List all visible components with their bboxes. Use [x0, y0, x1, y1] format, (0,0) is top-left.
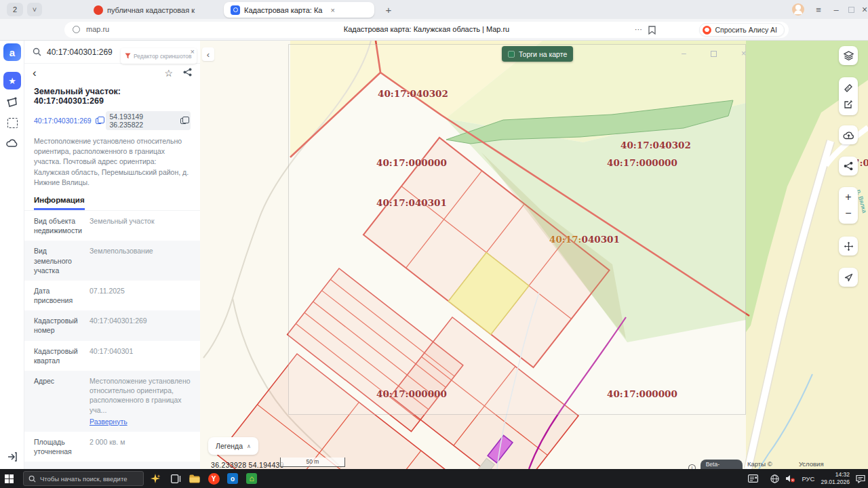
editor-chip-label: Редактор скриншотов — [134, 53, 192, 60]
cursor-coordinates: 36.233928 54.194439 — [211, 461, 284, 469]
tab-list-chevron-icon[interactable]: ˅ — [27, 3, 42, 16]
copilot-icon[interactable] — [146, 469, 164, 488]
beta-badge: Beta-версия — [701, 460, 743, 469]
address-value: Местоположение установлено относительно … — [90, 377, 191, 414]
new-tab-button[interactable]: + — [381, 0, 396, 19]
screenshot-editor-overlay — [288, 44, 746, 415]
ask-alice-button[interactable]: Спросить Алису AI — [699, 23, 785, 37]
network-icon[interactable] — [770, 474, 779, 483]
start-button[interactable] — [0, 469, 18, 488]
outlook-icon[interactable]: o — [224, 469, 241, 488]
widgets-icon[interactable] — [748, 474, 758, 483]
table-row: Площадь уточненная2 000 кв. м — [24, 432, 200, 462]
edit-icon[interactable] — [844, 100, 853, 109]
browser-menu-icon[interactable]: ≡ — [811, 0, 826, 19]
map-share-button[interactable] — [839, 157, 858, 176]
editor-chip-close-icon[interactable]: × — [191, 47, 195, 56]
table-row: Кадастровый номер40:17:040301:269 — [24, 310, 200, 340]
volume-muted-icon[interactable] — [785, 474, 795, 483]
editor-close-icon[interactable]: × — [741, 49, 746, 58]
alice-label: Спросить Алису AI — [715, 26, 777, 34]
table-row-address: Адрес Местоположение установлено относит… — [24, 371, 200, 432]
taskbar-search-icon — [28, 475, 36, 483]
polygon-tool-icon[interactable] — [3, 94, 21, 111]
screenshot-editor-chip[interactable]: Редактор скриншотов × — [121, 48, 197, 64]
auctions-checkbox[interactable] — [508, 51, 515, 58]
tab2-favicon — [231, 5, 240, 15]
cadastral-number-link[interactable]: 40:17:040301:269 — [34, 117, 92, 125]
alice-icon — [703, 26, 711, 35]
clock[interactable]: 14:32 29.01.2026 — [821, 471, 850, 485]
favorites-rail-button[interactable]: ★ — [3, 72, 21, 89]
tab2-close-icon[interactable]: × — [330, 6, 334, 14]
map-canvas[interactable]: – × ‹ Торги на карте 40:17:040302 40:17:… — [200, 41, 868, 469]
tab-cadastral-map[interactable]: Кадастровая карта: Ка × — [224, 2, 374, 18]
url-field[interactable]: map.ru Кадастровая карта: Калужская обла… — [64, 22, 789, 38]
coordinates-value: 54.193149 36.235822 — [110, 113, 178, 129]
terms-link[interactable]: Условия использования — [799, 460, 868, 469]
cloud-layers-icon[interactable] — [3, 134, 21, 152]
editor-maximize-icon[interactable] — [711, 51, 717, 57]
window-close-icon[interactable]: × — [857, 0, 868, 19]
window-minimize-icon[interactable]: – — [829, 0, 844, 19]
pan-button[interactable] — [839, 237, 858, 256]
legend-label: Легенда — [216, 442, 243, 450]
back-button[interactable]: ‹ — [33, 66, 37, 80]
zoom-out-button[interactable]: − — [845, 207, 851, 220]
quarter-label: 40:17:040302 — [378, 88, 448, 99]
yandex-browser-icon[interactable]: Y — [205, 469, 222, 488]
system-tray: РУС 14:32 29.01.2026 — [748, 469, 865, 488]
info-icon[interactable]: i — [688, 464, 696, 470]
coordinates-chip[interactable]: 54.193149 36.235822 — [106, 111, 191, 130]
table-row: Вид земельного участкаЗемлепользование — [24, 241, 200, 281]
task-view-icon[interactable] — [167, 469, 184, 488]
taskbar-search[interactable]: Чтобы начать поиск, введите — [23, 471, 144, 486]
upload-button[interactable] — [839, 125, 858, 144]
draw-tools-group — [839, 77, 858, 115]
copy-coords-icon[interactable] — [180, 118, 186, 124]
bookmark-icon[interactable] — [648, 26, 656, 35]
legend-collapse-icon: ∧ — [247, 443, 251, 449]
share-icon[interactable] — [183, 68, 192, 77]
login-icon[interactable] — [3, 448, 21, 466]
quarter-label: 40:17:040302 — [620, 140, 691, 150]
tab-public-cadastral[interactable]: публичная кадастровая к — [87, 2, 219, 18]
panel-collapse-button[interactable]: ‹ — [202, 47, 214, 61]
tab-information[interactable]: Информация — [34, 196, 85, 210]
quarter-label: 40:17:000000 — [607, 157, 677, 168]
object-title: Земельный участок: 40:17:040301:269 — [24, 84, 200, 107]
table-row: Дата присвоения07.11.2025 — [24, 281, 200, 310]
search-input[interactable]: 40:17:040301:269 — [47, 47, 113, 57]
editor-window-controls: – × — [682, 49, 746, 58]
home-app-icon[interactable]: ⌂ — [243, 469, 260, 488]
app-rail: a ★ — [0, 41, 24, 469]
legend-button[interactable]: Легенда ∧ — [208, 437, 258, 455]
auctions-toggle-button[interactable]: Торги на карте — [502, 46, 573, 62]
favorite-star-icon[interactable]: ☆ — [164, 68, 173, 79]
app-logo[interactable]: a — [3, 43, 21, 61]
notifications-icon[interactable] — [856, 474, 865, 483]
tray-date: 29.01.2026 — [821, 479, 850, 486]
taskbar: Чтобы начать поиск, введите Y o ⌂ РУС 14… — [0, 469, 868, 488]
profile-avatar[interactable] — [792, 3, 804, 16]
layers-button[interactable] — [839, 46, 858, 65]
taskbar-search-placeholder: Чтобы начать поиск, введите — [40, 475, 127, 483]
page-title: Кадастровая карта: Калужская область | M… — [64, 25, 789, 33]
expand-link[interactable]: Развернуть — [90, 417, 127, 426]
more-actions-icon[interactable]: ⋯ — [635, 25, 642, 34]
locate-button[interactable] — [839, 268, 858, 287]
window-restore-icon[interactable] — [844, 0, 859, 19]
tab2-label: Кадастровая карта: Ка — [244, 6, 322, 14]
file-explorer-icon[interactable] — [186, 469, 203, 488]
tab-count-badge[interactable]: 2 — [7, 3, 23, 16]
quarter-label: 40:17:000000 — [607, 388, 677, 399]
attributes-table: Вид объекта недвижимостиЗемельный участо… — [24, 210, 200, 469]
copy-number-icon[interactable] — [96, 118, 102, 124]
editor-minimize-icon[interactable]: – — [682, 49, 686, 58]
select-area-icon[interactable] — [3, 114, 21, 131]
language-indicator[interactable]: РУС — [802, 475, 814, 483]
table-row: Вид объекта недвижимостиЗемельный участо… — [24, 211, 200, 241]
zoom-in-button[interactable]: + — [845, 191, 851, 203]
auctions-label: Торги на карте — [519, 50, 567, 58]
ruler-icon[interactable] — [844, 83, 853, 93]
